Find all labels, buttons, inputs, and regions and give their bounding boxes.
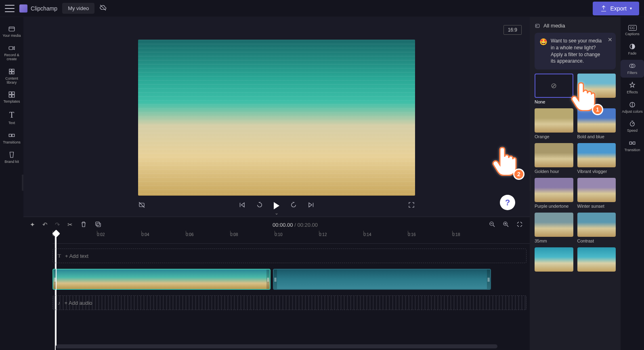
filter-label: Contrast	[577, 238, 616, 243]
sidebar-content-library[interactable]: Content library	[0, 65, 23, 87]
aspect-ratio-button[interactable]: 16:9	[503, 25, 522, 35]
filter-tile-vibrant-vlogger[interactable]: Vibrant vlogger	[577, 143, 616, 174]
project-title[interactable]: My video	[62, 3, 94, 14]
sidebar-text[interactable]: T Text	[0, 108, 23, 128]
split-icon[interactable]: ✂	[67, 221, 73, 228]
filter-thumbnail	[577, 143, 616, 167]
timeline-scrollbar[interactable]	[56, 344, 497, 348]
filter-label: Bold and blue	[577, 134, 616, 139]
emoji-icon: 🤩	[539, 38, 548, 65]
video-clip-2[interactable]: || ||	[273, 269, 491, 290]
help-button[interactable]: ?	[500, 195, 515, 210]
fullscreen-icon[interactable]	[408, 201, 415, 210]
filter-tile-winter-sunset[interactable]: Winter sunset	[577, 178, 616, 209]
timeline-tracks: T + Add text || || || ||	[23, 244, 530, 342]
filter-tile-contrast[interactable]: Contrast	[577, 213, 616, 243]
timeline-ruler[interactable]: 00:020:040:060:080:100:120:140:160:18	[52, 232, 530, 244]
svg-rect-5	[9, 72, 11, 74]
close-tip-icon[interactable]: ✕	[608, 36, 613, 44]
clip-handle-left[interactable]: ||	[274, 270, 277, 289]
filter-tile-orange[interactable]: Orange	[535, 108, 573, 139]
filter-label: Orange	[535, 134, 573, 139]
prop-captions[interactable]: CC Captions	[621, 23, 644, 39]
export-button[interactable]: Export ▾	[593, 2, 639, 15]
svg-rect-10	[12, 95, 15, 97]
svg-rect-16	[96, 222, 99, 226]
panel-collapse-toggle[interactable]: ›	[530, 175, 531, 191]
right-properties-rail: CC Captions Fade Filters Effects Adjust …	[621, 17, 644, 350]
filter-label: Vibrant vlogger	[577, 169, 616, 174]
sidebar-transitions[interactable]: Transitions	[0, 129, 23, 147]
timecode-display: 00:00.00 / 00:20.00	[109, 222, 481, 228]
filter-tile-purple-undertone[interactable]: Purple undertone	[535, 178, 573, 209]
sidebar-templates[interactable]: Templates	[0, 89, 23, 106]
sidebar-your-media[interactable]: Your media	[0, 23, 23, 40]
prop-filters[interactable]: Filters	[621, 60, 644, 78]
rewind-icon[interactable]	[256, 201, 263, 210]
prop-transition[interactable]: Transition	[621, 137, 644, 155]
prop-speed[interactable]: Speed	[621, 118, 644, 135]
filter-tile-more[interactable]	[577, 247, 616, 272]
filter-label: Purple undertone	[535, 204, 573, 209]
collapse-preview-icon[interactable]: ⌄	[275, 210, 279, 216]
menu-icon[interactable]	[5, 5, 15, 12]
zoom-fit-icon[interactable]	[516, 221, 523, 229]
svg-rect-15	[97, 223, 101, 227]
zoom-in-icon[interactable]	[502, 221, 510, 229]
app-name: Clipchamp	[31, 5, 57, 12]
copy-icon[interactable]	[94, 221, 102, 229]
filter-tile-golden-hour[interactable]: Golden hour	[535, 143, 573, 174]
prop-effects[interactable]: Effects	[621, 79, 644, 97]
playhead-line	[56, 232, 57, 346]
sidebar-brand-kit[interactable]: Brand kit	[0, 149, 23, 167]
filter-tile-bold-and-blue[interactable]: Bold and blue	[577, 108, 616, 139]
filter-label: Golden hour	[535, 169, 573, 174]
filter-tile-none[interactable]: ⊘None	[535, 74, 573, 104]
video-track: || || || ||	[52, 269, 527, 290]
undo-icon[interactable]: ↶	[42, 221, 48, 228]
filter-thumbnail	[535, 178, 573, 202]
delete-icon[interactable]	[80, 221, 87, 229]
skip-start-icon[interactable]	[238, 201, 245, 210]
prop-adjust-colors[interactable]: Adjust colors	[621, 99, 644, 116]
cloud-sync-off-icon[interactable]	[99, 4, 107, 13]
svg-rect-3	[9, 69, 11, 71]
filters-panel-header[interactable]: All media	[535, 23, 616, 29]
filter-thumbnail	[535, 213, 573, 237]
prop-fade[interactable]: Fade	[621, 40, 644, 58]
filter-label: 35mm	[535, 238, 573, 243]
filter-tile-retro[interactable]: Retro	[577, 74, 616, 104]
filter-label: Retro	[577, 99, 616, 104]
text-track[interactable]: T + Add text	[52, 249, 527, 263]
svg-rect-31	[629, 142, 631, 144]
auto-edit-icon[interactable]: ✦	[30, 221, 35, 228]
sidebar-record-create[interactable]: Record & create	[0, 42, 23, 64]
timeline: ✦ ↶ ↷ ✂ 00:00.00 / 00:20.00	[23, 217, 530, 350]
filters-panel: › All media 🤩 Want to see your media in …	[530, 17, 621, 350]
clip-handle-right[interactable]: ||	[487, 270, 490, 289]
video-preview[interactable]	[138, 40, 415, 196]
clip-handle-right[interactable]: ||	[266, 270, 270, 289]
ruler-tick: 0:04	[141, 232, 149, 237]
filter-tile-35mm[interactable]: 35mm	[535, 213, 573, 243]
forward-icon[interactable]	[290, 201, 297, 210]
play-button[interactable]	[274, 202, 279, 209]
app-logo[interactable]: Clipchamp	[19, 4, 57, 13]
ruler-tick: 0:06	[186, 232, 193, 237]
audio-track[interactable]: ♪ + Add audio	[52, 295, 527, 310]
filter-thumbnail	[577, 213, 616, 237]
redo-icon[interactable]: ↷	[55, 221, 60, 228]
safe-zone-toggle-icon[interactable]	[138, 201, 145, 210]
filter-grid: ⊘NoneRetroOrangeBold and blueGolden hour…	[535, 74, 616, 272]
ruler-tick: 0:08	[230, 232, 238, 237]
svg-rect-8	[12, 92, 15, 95]
skip-end-icon[interactable]	[308, 201, 315, 210]
svg-rect-11	[9, 134, 11, 137]
zoom-out-icon[interactable]	[489, 221, 496, 229]
ruler-tick: 0:18	[452, 232, 460, 237]
video-clip-1[interactable]: || ||	[52, 269, 271, 290]
svg-rect-2	[9, 46, 13, 50]
filter-thumbnail	[577, 108, 616, 133]
filter-tile-more[interactable]	[535, 247, 573, 272]
svg-rect-12	[12, 134, 15, 137]
